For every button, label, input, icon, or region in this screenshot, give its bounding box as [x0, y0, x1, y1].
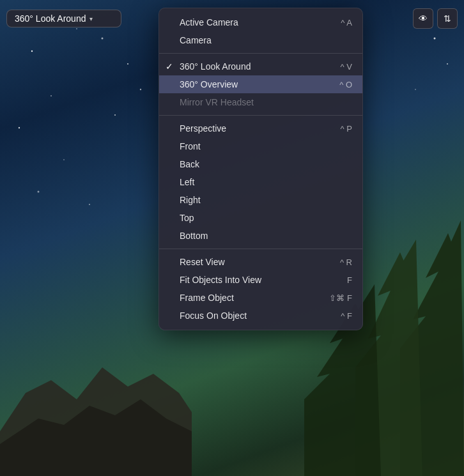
menu-divider-2: [159, 115, 362, 116]
menu-item-back[interactable]: Back: [159, 155, 362, 173]
svg-point-8: [38, 191, 40, 193]
svg-point-11: [447, 63, 448, 65]
menu-item-label: Top: [180, 213, 194, 223]
layout-button[interactable]: ⇅: [437, 8, 458, 29]
svg-point-5: [19, 127, 20, 128]
menu-item-left[interactable]: Left: [159, 173, 362, 191]
menu-item-look-around[interactable]: ✓ 360° Look Around ^ V: [159, 58, 362, 75]
menu-divider-1: [159, 53, 362, 54]
menu-item-mirror-vr: Mirror VR Headset: [159, 93, 362, 111]
menu-item-shortcut: ^ P: [328, 124, 352, 134]
svg-point-10: [140, 89, 141, 90]
menu-item-shortcut: F: [334, 275, 352, 285]
top-bar-right: 👁 ⇅: [413, 8, 458, 29]
menu-item-fit-objects[interactable]: Fit Objects Into View F: [159, 271, 362, 289]
rocks-decoration: [0, 316, 192, 476]
menu-item-label: 360° Look Around: [180, 61, 251, 72]
svg-point-2: [127, 63, 128, 65]
menu-item-label: Frame Object: [180, 293, 234, 303]
menu-divider-3: [159, 249, 362, 249]
menu-item-label: Focus On Object: [180, 311, 247, 321]
svg-point-6: [63, 159, 65, 160]
svg-point-4: [50, 95, 52, 96]
menu-item-shortcut: ⇧⌘ F: [316, 293, 352, 303]
menu-item-label: Bottom: [180, 231, 208, 241]
svg-point-7: [114, 114, 116, 116]
svg-point-13: [415, 89, 416, 90]
eye-icon: 👁: [419, 13, 428, 24]
chevron-down-icon: ▾: [89, 15, 93, 22]
menu-item-label: Back: [180, 159, 199, 169]
menu-item-bottom[interactable]: Bottom: [159, 227, 362, 245]
menu-section-camera: Active Camera ^ A Camera: [159, 12, 362, 50]
menu-item-shortcut: ^ V: [328, 62, 352, 72]
menu-item-overview[interactable]: 360° Overview ^ O: [159, 75, 362, 93]
menu-item-shortcut: ^ F: [328, 311, 352, 321]
menu-item-right[interactable]: Right: [159, 191, 362, 209]
menu-section-frame: Reset View ^ R Fit Objects Into View F F…: [159, 252, 362, 326]
checkmark-icon: ✓: [166, 61, 173, 72]
layout-icon: ⇅: [444, 13, 451, 24]
menu-item-focus-object[interactable]: Focus On Object ^ F: [159, 307, 362, 325]
menu-item-shortcut: ^ R: [327, 257, 352, 267]
menu-section-vr: ✓ 360° Look Around ^ V 360° Overview ^ O…: [159, 56, 362, 112]
menu-section-views: Perspective ^ P Front Back Left Right To…: [159, 118, 362, 246]
svg-point-3: [102, 38, 104, 40]
menu-item-active-camera[interactable]: Active Camera ^ A: [159, 13, 362, 31]
menu-item-top[interactable]: Top: [159, 209, 362, 227]
menu-item-label: Fit Objects Into View: [180, 275, 261, 285]
camera-mode-button[interactable]: 👁: [413, 8, 433, 29]
menu-item-label: Active Camera: [180, 17, 238, 27]
menu-item-perspective[interactable]: Perspective ^ P: [159, 119, 362, 137]
menu-item-frame-object[interactable]: Frame Object ⇧⌘ F: [159, 289, 362, 307]
svg-point-12: [434, 38, 436, 40]
menu-item-shortcut: ^ A: [328, 18, 352, 27]
menu-item-camera[interactable]: Camera: [159, 31, 362, 49]
menu-item-front[interactable]: Front: [159, 137, 362, 155]
view-selector-label: 360° Look Around: [15, 13, 86, 24]
svg-point-0: [31, 50, 33, 52]
menu-item-label: Left: [180, 177, 194, 187]
menu-item-shortcut: ^ O: [327, 80, 352, 89]
menu-item-label: Camera: [180, 35, 212, 45]
view-selector-button[interactable]: 360° Look Around ▾: [6, 10, 121, 27]
svg-point-9: [89, 204, 90, 205]
menu-item-label: 360° Overview: [180, 79, 238, 89]
menu-item-label: Front: [180, 141, 201, 151]
menu-item-label: Perspective: [180, 123, 226, 134]
menu-item-label: Right: [180, 195, 201, 205]
view-dropdown-menu: Active Camera ^ A Camera ✓ 360° Look Aro…: [159, 8, 363, 330]
menu-item-label: Reset View: [180, 257, 225, 267]
menu-item-label: Mirror VR Headset: [180, 97, 254, 107]
menu-item-reset-view[interactable]: Reset View ^ R: [159, 253, 362, 271]
